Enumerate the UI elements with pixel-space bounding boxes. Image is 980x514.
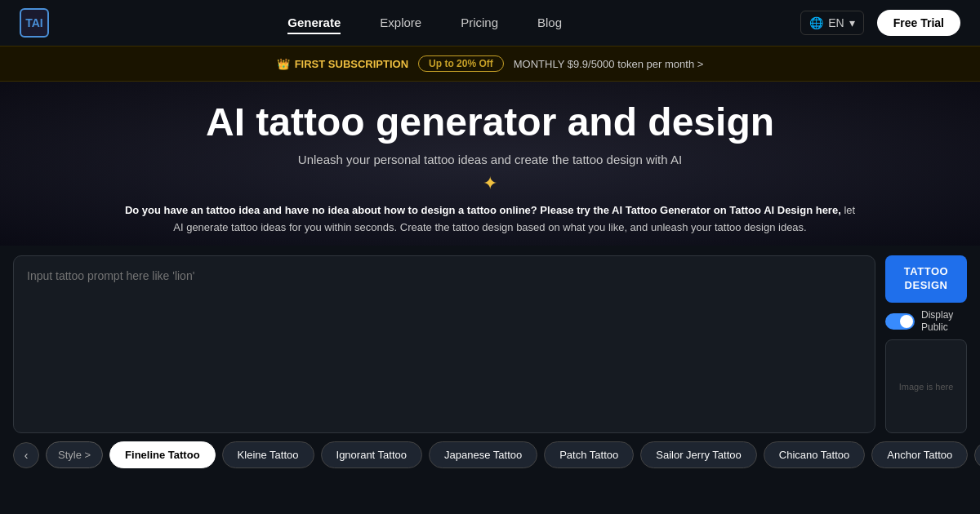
hero-section: AI tattoo generator and design Unleash y… [0,82,980,246]
style-anchor-tattoo[interactable]: Anchor Tattoo [871,441,968,468]
style-sailor-jerry-tattoo[interactable]: Sailor Jerry Tattoo [640,441,757,468]
hero-desc-bold: Do you have an tattoo idea and have no i… [125,204,841,216]
style-ignorant-tattoo[interactable]: Ignorant Tattoo [321,441,423,468]
hero-title: AI tattoo generator and design [16,101,964,144]
style-kleine-tattoo[interactable]: Kleine Tattoo [222,441,314,468]
scroll-left-button[interactable]: ‹ [13,442,39,468]
logo-icon: TAI [20,8,49,38]
toggle-thumb [900,315,913,328]
image-preview: Image is here [885,339,967,433]
scroll-right-button[interactable]: › [974,442,980,468]
navbar: TAI Generate Explore Pricing Blog 🌐 EN ▾… [0,0,980,46]
main-area: TATTOO DESIGN Display Public Image is he… [0,246,980,433]
style-japanese-tattoo[interactable]: Japanese Tattoo [429,441,537,468]
crown-icon: 👑 [277,58,290,70]
banner-discount: Up to 20% Off [418,55,504,72]
style-fineline-tattoo[interactable]: Fineline Tattoo [109,441,215,468]
chevron-left-icon: ‹ [24,449,29,462]
banner-first-sub: 👑 FIRST SUBSCRIPTION [277,58,408,70]
display-public-row: Display Public [885,309,967,333]
style-patch-tattoo[interactable]: Patch Tattoo [544,441,634,468]
style-label[interactable]: Style > [46,441,103,468]
nav-links: Generate Explore Pricing Blog [75,12,774,34]
display-public-label: Display Public [921,309,967,333]
prompt-textarea[interactable] [27,269,862,419]
sparkle-icon: ✦ [16,173,964,194]
nav-explore[interactable]: Explore [380,12,421,34]
style-strip: ‹ Style > Fineline Tattoo Kleine Tattoo … [0,433,980,476]
style-chicano-tattoo[interactable]: Chicano Tattoo [764,441,866,468]
language-selector[interactable]: 🌐 EN ▾ [800,11,863,35]
hero-content: AI tattoo generator and design Unleash y… [16,101,964,236]
nav-generate[interactable]: Generate [287,12,341,34]
nav-blog[interactable]: Blog [537,12,562,34]
banner-monthly[interactable]: MONTHLY $9.9/5000 token per month > [514,58,704,70]
display-public-toggle[interactable] [885,313,915,330]
prompt-box [13,255,875,433]
hero-subtitle: Unleash your personal tattoo ideas and c… [16,153,964,166]
tattoo-design-button[interactable]: TATTOO DESIGN [885,255,967,303]
nav-right: 🌐 EN ▾ Free Trial [800,10,960,36]
logo[interactable]: TAI [20,8,49,38]
globe-icon: 🌐 [809,16,823,29]
nav-pricing[interactable]: Pricing [461,12,498,34]
side-panel: TATTOO DESIGN Display Public Image is he… [885,255,967,433]
promo-banner[interactable]: 👑 FIRST SUBSCRIPTION Up to 20% Off MONTH… [0,46,980,82]
hero-desc: Do you have an tattoo idea and have no i… [122,202,858,237]
free-trial-button[interactable]: Free Trial [877,10,960,36]
chevron-down-icon: ▾ [849,16,855,29]
